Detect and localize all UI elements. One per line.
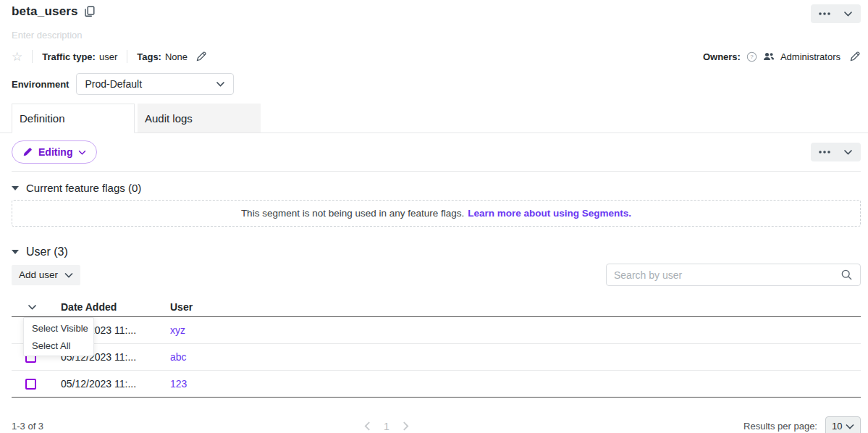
environment-row: Environment Prod-Default	[12, 73, 861, 95]
traffic-type-value: user	[99, 51, 117, 62]
meta-row: ☆ Traffic type: user Tags: None Owners:	[12, 50, 861, 63]
definition-more-options-button[interactable]	[812, 143, 837, 161]
tab-definition[interactable]: Definition	[12, 104, 135, 133]
editing-button[interactable]: Editing	[12, 140, 97, 164]
pencil-icon	[22, 147, 33, 157]
description-placeholder[interactable]: Enter description	[12, 30, 861, 41]
editing-row: Editing	[12, 140, 861, 164]
chevron-down-icon	[78, 150, 86, 155]
divider	[127, 50, 127, 63]
table-footer: 1-3 of 3 1 Results per page: 10	[12, 416, 861, 433]
feature-flags-empty-state: This segment is not being used in any fe…	[12, 200, 861, 227]
table-row: 05/12/2023 11:... 123	[12, 371, 861, 398]
chevron-down-icon	[843, 149, 853, 155]
divider	[32, 50, 33, 63]
page-number[interactable]: 1	[384, 421, 389, 432]
results-per-page-select[interactable]: 10	[825, 416, 861, 433]
tags-label: Tags:	[137, 51, 161, 62]
user-toolbar: Add user	[12, 264, 861, 286]
definition-expand-button[interactable]	[837, 143, 859, 161]
divider	[12, 171, 861, 172]
table-row: 05/12/2023 11:... abc	[12, 344, 861, 371]
traffic-type: Traffic type: user	[42, 51, 117, 62]
tab-audit-logs[interactable]: Audit logs	[138, 104, 261, 133]
tab-bar: Definition Audit logs	[0, 104, 868, 133]
results-per-page: Results per page: 10	[743, 416, 861, 433]
feature-flags-title: Current feature flags (0)	[26, 182, 141, 194]
collapse-caret-icon	[12, 250, 19, 254]
environment-value: Prod-Default	[85, 78, 142, 90]
chevron-down-icon	[216, 81, 225, 87]
environment-select[interactable]: Prod-Default	[76, 73, 234, 95]
menu-item-select-visible[interactable]: Select Visible	[24, 319, 93, 337]
add-user-label: Add user	[19, 269, 58, 280]
svg-text:?: ?	[750, 54, 754, 60]
search-box	[606, 264, 861, 286]
page-title: beta_users	[12, 4, 78, 19]
more-options-button[interactable]	[812, 4, 837, 23]
column-header-date[interactable]: Date Added	[61, 301, 170, 313]
chevron-down-icon	[846, 424, 854, 429]
column-header-user[interactable]: User	[170, 301, 861, 313]
environment-label: Environment	[12, 79, 69, 90]
next-page-icon[interactable]	[403, 421, 409, 431]
header-actions	[811, 4, 861, 23]
definition-panel: Editing Current feature flags (0) This s…	[0, 133, 868, 433]
results-range: 1-3 of 3	[12, 421, 43, 432]
title-row: beta_users	[12, 4, 861, 23]
tags-value: None	[165, 51, 187, 62]
add-user-button[interactable]: Add user	[12, 265, 80, 285]
editing-label: Editing	[38, 146, 72, 158]
traffic-type-label: Traffic type:	[42, 51, 96, 62]
copy-icon[interactable]	[85, 6, 95, 17]
owners-label: Owners:	[703, 51, 741, 62]
tags: Tags: None	[137, 51, 207, 62]
segment-detail-page: beta_users Enter description ☆	[0, 0, 868, 433]
header-expand-button[interactable]	[837, 4, 859, 23]
user-section-header[interactable]: User (3)	[12, 245, 861, 258]
user-table: Date Added User 05/12/2023 11:... xyz 05…	[12, 298, 861, 398]
select-all-dropdown-trigger[interactable]	[28, 304, 61, 310]
user-section-title: User (3)	[26, 245, 68, 258]
edit-owners-pencil-icon[interactable]	[849, 51, 861, 62]
menu-item-select-all[interactable]: Select All	[24, 337, 93, 354]
row-user-link[interactable]: abc	[170, 351, 861, 363]
help-icon[interactable]: ?	[746, 51, 757, 62]
empty-message: This segment is not being used in any fe…	[241, 208, 464, 219]
chevron-down-icon	[843, 11, 853, 17]
edit-tags-pencil-icon[interactable]	[195, 51, 207, 62]
select-dropdown-menu: Select Visible Select All	[23, 317, 94, 356]
chevron-down-icon	[28, 304, 37, 310]
row-checkbox[interactable]	[25, 379, 36, 390]
row-date: 05/12/2023 11:...	[61, 378, 170, 390]
table-header-row: Date Added User	[12, 298, 861, 317]
owners-value: Administrators	[780, 51, 840, 62]
definition-actions	[811, 143, 861, 161]
search-icon	[840, 269, 853, 281]
chevron-down-icon	[64, 272, 73, 278]
row-user-link[interactable]: 123	[170, 378, 861, 390]
learn-more-link[interactable]: Learn more about using Segments.	[468, 208, 631, 219]
ellipsis-icon	[819, 12, 830, 15]
pagination: 1	[364, 421, 409, 432]
title-wrap: beta_users	[12, 4, 95, 19]
page-header: beta_users Enter description ☆	[0, 0, 868, 95]
owners: Owners: ? Administrators	[703, 51, 861, 62]
table-row: 05/12/2023 11:... xyz	[12, 317, 861, 344]
feature-flags-section-header[interactable]: Current feature flags (0)	[12, 182, 861, 194]
collapse-caret-icon	[12, 186, 19, 190]
group-icon	[763, 51, 775, 62]
results-per-page-label: Results per page:	[743, 421, 817, 432]
search-input[interactable]	[614, 269, 840, 281]
star-icon[interactable]: ☆	[12, 51, 22, 63]
prev-page-icon[interactable]	[364, 421, 371, 431]
row-user-link[interactable]: xyz	[170, 324, 861, 336]
results-per-page-value: 10	[832, 421, 842, 432]
ellipsis-icon	[819, 151, 830, 154]
